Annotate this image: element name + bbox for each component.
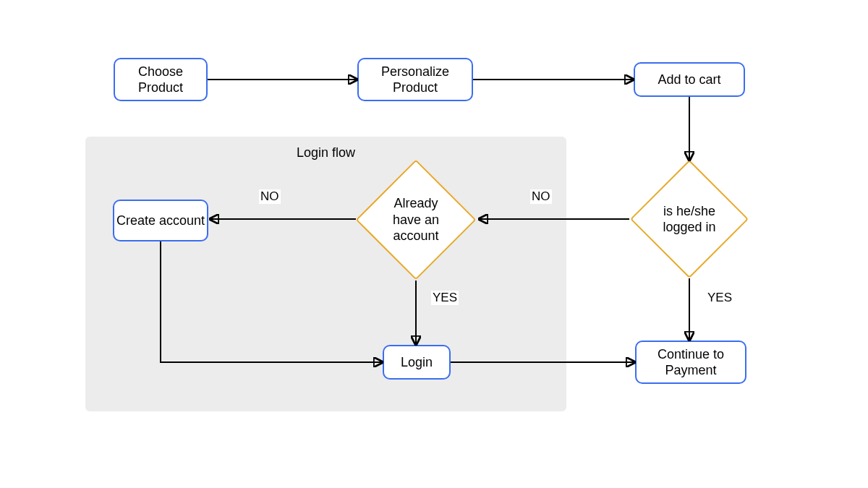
edge-label-yes-account: YES — [431, 291, 459, 305]
subgraph-title: Login flow — [85, 145, 566, 160]
node-continue-payment: Continue to Payment — [635, 341, 746, 384]
node-label: Add to cart — [658, 72, 720, 88]
edge-label-no-loggedin: NO — [530, 189, 552, 204]
node-personalize-product: Personalize Product — [357, 58, 473, 101]
edge-label-yes-loggedin: YES — [706, 291, 733, 305]
edge-label-no-account: NO — [259, 189, 281, 204]
node-login: Login — [383, 345, 451, 380]
node-label: Choose Product — [115, 64, 206, 96]
node-label: Create account — [116, 213, 205, 229]
node-logged-in-decision: is he/she logged in — [647, 177, 731, 261]
node-label: Login — [401, 354, 433, 371]
node-label: Already have an account — [373, 177, 459, 262]
node-already-account-decision: Already have an account — [373, 177, 459, 262]
node-add-to-cart: Add to cart — [634, 62, 745, 97]
node-choose-product: Choose Product — [114, 58, 208, 101]
node-create-account: Create account — [113, 200, 208, 241]
node-label: Continue to Payment — [637, 346, 745, 379]
subgraph-login-flow: Login flow — [85, 137, 566, 411]
node-label: Personalize Product — [359, 64, 472, 96]
node-label: is he/she logged in — [647, 177, 731, 261]
